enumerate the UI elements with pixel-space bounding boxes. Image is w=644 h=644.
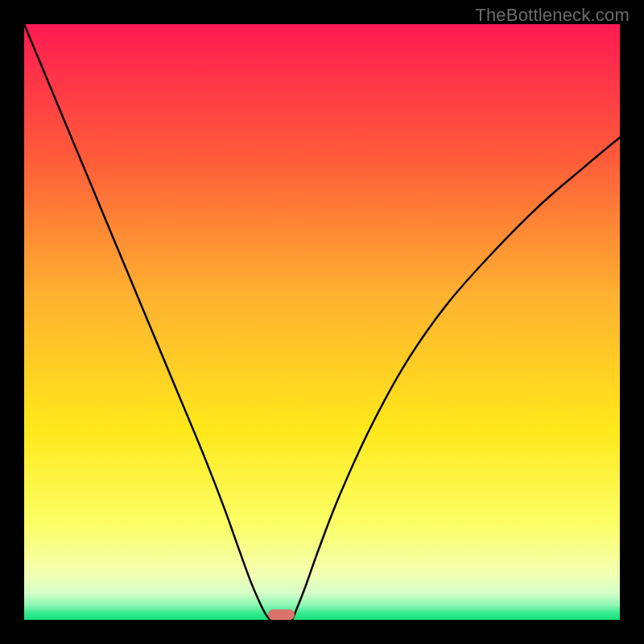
curve-layer [24, 24, 620, 620]
watermark-text: TheBottleneck.com [475, 5, 630, 26]
minimum-marker [268, 609, 295, 620]
curve-left-branch [24, 24, 270, 620]
plot-area [24, 24, 620, 620]
curve-right-branch [292, 138, 620, 620]
chart-frame: TheBottleneck.com [0, 0, 644, 644]
